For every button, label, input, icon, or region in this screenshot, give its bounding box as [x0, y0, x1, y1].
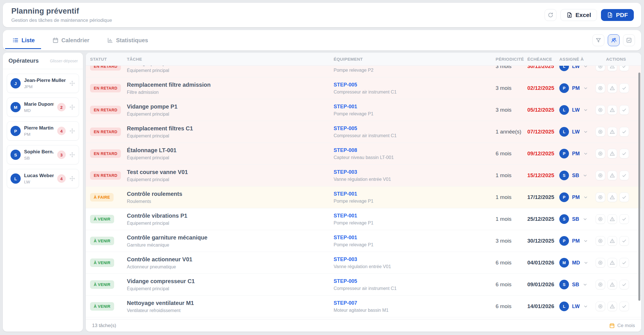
operator-card[interactable]: M Marie Dupont MD 2 [7, 97, 79, 117]
complete-task-button[interactable] [619, 280, 629, 289]
equipment-code-link[interactable]: STEP-001 [334, 104, 496, 110]
table-row[interactable]: À VENIR Contrôle garniture mécanique Gar… [86, 230, 641, 252]
equipment-code-link[interactable]: STEP-002 [334, 66, 496, 66]
table-row[interactable]: À VENIR Contrôle actionneur V01 Actionne… [86, 252, 641, 274]
report-issue-button[interactable] [607, 280, 617, 289]
table-row[interactable]: À VENIR Nettoyage ventilateur M1 Ventila… [86, 296, 641, 317]
assignee-avatar[interactable]: P [559, 149, 569, 158]
assignee-cell[interactable]: L LW [559, 105, 593, 115]
view-task-button[interactable] [596, 192, 605, 202]
task-title[interactable]: Test course vanne V01 [127, 169, 334, 175]
assignee-avatar[interactable]: S [559, 280, 569, 289]
vertical-scrollbar[interactable] [638, 73, 640, 301]
view-task-button[interactable] [596, 149, 605, 158]
chevron-down-icon[interactable] [583, 194, 588, 200]
table-row[interactable]: À VENIR Vidange compresseur C1 Équipemen… [86, 274, 641, 296]
view-task-button[interactable] [596, 258, 605, 268]
report-issue-button[interactable] [607, 66, 617, 71]
equipment-code-link[interactable]: STEP-001 [334, 191, 496, 197]
report-issue-button[interactable] [607, 83, 617, 93]
assignee-avatar[interactable]: S [559, 214, 569, 224]
tab-statistiques[interactable]: Statistiques [107, 37, 148, 44]
operator-card[interactable]: L Lucas Weber LW 4 [7, 169, 79, 188]
assignee-cell[interactable]: P PM [559, 83, 593, 93]
assignee-cell[interactable]: M MD [559, 258, 593, 268]
operators-panel-button[interactable] [608, 34, 620, 46]
report-issue-button[interactable] [607, 171, 617, 180]
assignee-cell[interactable]: P PM [559, 149, 593, 158]
operator-card[interactable]: S Sophie Bern... SB 3 [7, 145, 79, 164]
move-drag-icon[interactable] [69, 175, 75, 182]
table-row[interactable]: EN RETARD Vidange pompe P1 Équipement pr… [86, 99, 641, 121]
view-task-button[interactable] [596, 236, 605, 246]
equipment-code-link[interactable]: STEP-003 [334, 256, 496, 262]
export-pdf-button[interactable]: PDF [601, 9, 634, 21]
complete-task-button[interactable] [619, 83, 629, 93]
equipment-code-link[interactable]: STEP-008 [334, 147, 496, 153]
complete-task-button[interactable] [619, 302, 629, 311]
report-issue-button[interactable] [607, 192, 617, 202]
assignee-cell[interactable]: P PM [559, 192, 593, 202]
task-title[interactable]: Contrôle roulements [127, 191, 334, 197]
assignee-cell[interactable]: P PM [559, 236, 593, 246]
task-title[interactable]: Contrôle actionneur V01 [127, 256, 334, 263]
complete-task-button[interactable] [619, 127, 629, 137]
view-task-button[interactable] [596, 66, 605, 71]
table-row[interactable]: EN RETARD Remplacement filtres C1 Équipe… [86, 121, 641, 143]
move-drag-icon[interactable] [69, 104, 75, 110]
move-drag-icon[interactable] [69, 80, 75, 86]
equipment-code-link[interactable]: STEP-005 [334, 278, 496, 284]
chevron-down-icon[interactable] [583, 238, 588, 244]
export-excel-button[interactable]: Excel [560, 9, 597, 21]
assignee-avatar[interactable]: P [559, 83, 569, 93]
report-issue-button[interactable] [607, 127, 617, 137]
table-row[interactable]: EN RETARD Test course vanne V01 Équipeme… [86, 165, 641, 186]
complete-task-button[interactable] [619, 258, 629, 268]
view-task-button[interactable] [596, 83, 605, 93]
equipment-code-link[interactable]: STEP-005 [334, 126, 496, 132]
complete-task-button[interactable] [619, 105, 629, 115]
task-title[interactable]: Vidange pompe P1 [127, 103, 334, 110]
equipment-code-link[interactable]: STEP-001 [334, 235, 496, 241]
operator-card[interactable]: P Pierre Martin PM 4 [7, 121, 79, 141]
task-title[interactable]: Contrôle garniture mécanique [127, 234, 334, 241]
complete-task-button[interactable] [619, 66, 629, 71]
task-title[interactable]: Nettoyage ventilateur M1 [127, 300, 334, 306]
report-issue-button[interactable] [607, 214, 617, 224]
chevron-down-icon[interactable] [583, 151, 588, 156]
tab-liste[interactable]: Liste [12, 37, 35, 44]
view-task-button[interactable] [596, 302, 605, 311]
chevron-down-icon[interactable] [582, 173, 588, 178]
move-drag-icon[interactable] [69, 128, 75, 134]
task-title[interactable]: Remplacement filtres C1 [127, 125, 334, 132]
operator-card[interactable]: J Jean-Pierre Muller JPM [7, 74, 79, 93]
table-row[interactable]: EN RETARD Remplacement filtre admission … [86, 77, 641, 99]
task-title[interactable]: Étalonnage LT-001 [127, 147, 334, 154]
complete-task-button[interactable] [619, 236, 629, 246]
equipment-code-link[interactable]: STEP-007 [334, 300, 496, 306]
complete-task-button[interactable] [619, 192, 629, 202]
assignee-avatar[interactable]: L [559, 127, 569, 137]
report-issue-button[interactable] [607, 258, 617, 268]
chevron-down-icon[interactable] [582, 282, 588, 287]
assignee-avatar[interactable]: L [559, 66, 569, 71]
complete-task-button[interactable] [619, 214, 629, 224]
view-task-button[interactable] [596, 105, 605, 115]
complete-task-button[interactable] [619, 171, 629, 180]
report-issue-button[interactable] [607, 105, 617, 115]
report-issue-button[interactable] [607, 236, 617, 246]
chevron-down-icon[interactable] [582, 216, 588, 222]
view-task-button[interactable] [596, 171, 605, 180]
refresh-button[interactable] [545, 9, 556, 21]
date-range-label[interactable]: Ce mois [609, 323, 635, 328]
chevron-down-icon[interactable] [583, 129, 588, 135]
assignee-cell[interactable]: S SB [559, 214, 593, 224]
chevron-down-icon[interactable] [583, 304, 588, 309]
assignee-avatar[interactable]: M [559, 258, 569, 268]
assignee-avatar[interactable]: L [559, 302, 569, 311]
assignee-avatar[interactable]: P [559, 192, 569, 202]
assignee-avatar[interactable]: P [559, 236, 569, 246]
task-title[interactable]: Vidange compresseur C1 [127, 278, 334, 285]
equipment-code-link[interactable]: STEP-005 [334, 82, 496, 88]
report-issue-button[interactable] [607, 149, 617, 158]
